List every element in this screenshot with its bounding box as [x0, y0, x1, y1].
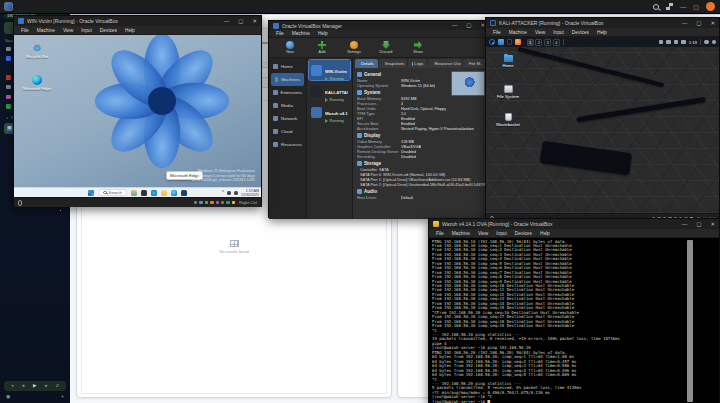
firefox-icon[interactable] — [515, 39, 521, 45]
minimize-button[interactable]: — — [452, 23, 458, 28]
section-storage: Storage — [357, 161, 485, 166]
menu-item[interactable]: View — [63, 28, 73, 33]
menu-item[interactable]: Devices — [515, 231, 532, 236]
maximize-button[interactable]: ▢ — [696, 222, 701, 227]
menu-item[interactable]: Machine — [37, 28, 55, 33]
file-explorer-icon[interactable] — [161, 190, 167, 196]
details-tab[interactable]: Details — [355, 59, 378, 68]
wastebasket-icon[interactable]: Wastebasket — [490, 113, 526, 127]
show-button[interactable]: Show — [407, 41, 429, 54]
workspace-button[interactable]: 4 — [553, 39, 560, 46]
minimize-button[interactable]: — — [682, 222, 688, 227]
menu-item[interactable]: Machine — [452, 231, 470, 236]
kali-menu-icon[interactable] — [489, 39, 495, 45]
terminal-console[interactable]: PING 192.168.56.10 (192.168.56.10) 56(84… — [429, 238, 719, 403]
menu-item[interactable]: Machine — [509, 30, 527, 35]
kali-clock[interactable]: 1:19 — [689, 40, 697, 45]
sidebar-item[interactable]: Cloud — [269, 125, 306, 138]
host-maximize-button[interactable]: ▢ — [693, 4, 699, 10]
menu-item[interactable]: File — [276, 31, 284, 36]
file-manager-icon[interactable] — [498, 39, 504, 45]
workspace-button[interactable]: 3 — [544, 39, 551, 46]
new-vm-button[interactable]: New — [279, 41, 301, 54]
menu-item[interactable]: Input — [553, 30, 564, 35]
details-tab[interactable]: Snapshots — [379, 59, 407, 68]
host-app-icon[interactable] — [4, 2, 13, 11]
start-button[interactable] — [88, 190, 94, 196]
vm-list-item[interactable]: KALI-ATTAC... Running — [309, 81, 350, 101]
windows-bloom-wallpaper — [92, 35, 232, 171]
maximize-button[interactable]: ▢ — [238, 19, 243, 24]
edge-taskbar-icon[interactable] — [151, 190, 157, 196]
details-tab[interactable]: File M... — [463, 59, 487, 68]
edge-desktop-icon[interactable]: Microsoft Edge — [18, 75, 56, 91]
notifications-icon[interactable] — [674, 40, 679, 45]
menu-item[interactable]: Help — [318, 31, 328, 36]
weather-widget-icon[interactable] — [131, 190, 137, 196]
windows-11-desktop[interactable]: ♻ Recycle Bin Microsoft Edge Microsoft E… — [14, 35, 261, 197]
close-button[interactable]: ✕ — [252, 19, 257, 24]
console-scrollbar[interactable] — [687, 240, 693, 402]
add-vm-button[interactable]: Add — [311, 41, 333, 54]
close-button[interactable]: ✕ — [710, 21, 715, 26]
power-icon[interactable] — [712, 40, 717, 45]
menu-item[interactable]: Devices — [100, 28, 117, 33]
kali-vm-title-bar[interactable]: KALI-ATTACKER [Running] - Oracle Virtual… — [486, 18, 719, 28]
menu-item[interactable]: Machine — [292, 31, 310, 36]
minimize-button[interactable]: — — [682, 21, 688, 26]
workspace-button[interactable]: 1 — [527, 39, 534, 46]
win-vm-title-bar[interactable]: WIN-Victim [Running] - Oracle VirtualBox… — [14, 16, 261, 26]
menu-item[interactable]: Input — [496, 231, 507, 236]
file-system-icon[interactable]: File System — [490, 85, 526, 99]
menu-item[interactable]: File — [493, 30, 501, 35]
display-indicator-icon[interactable] — [659, 40, 664, 45]
discard-button[interactable]: Discard — [375, 41, 397, 54]
recycle-bin-icon[interactable]: ♻ Recycle Bin — [18, 43, 56, 59]
terminal-title-bar[interactable]: Wazuh v4.14.1 OVA [Running] - Oracle Vir… — [429, 219, 719, 229]
details-tab[interactable]: Resource Use — [428, 59, 461, 68]
lock-icon[interactable] — [704, 40, 709, 45]
network-icon[interactable] — [227, 191, 231, 195]
menu-item[interactable]: Help — [597, 30, 607, 35]
host-grid-icon[interactable] — [666, 3, 673, 10]
menu-item[interactable]: Help — [125, 28, 135, 33]
menu-item[interactable]: View — [478, 231, 488, 236]
sidebar-item[interactable]: Machines — [271, 73, 304, 86]
host-search-icon[interactable] — [653, 4, 659, 10]
manager-title-bar[interactable]: Oracle VirtualBox Manager — ▢ ✕ — [269, 21, 489, 30]
sidebar-item[interactable]: Extensions — [269, 86, 306, 99]
settings-button[interactable]: Settings — [343, 41, 365, 54]
task-view-icon[interactable] — [141, 190, 147, 196]
menu-item[interactable]: Help — [540, 231, 550, 236]
tray-caret-icon[interactable]: ^ — [222, 190, 224, 195]
workspace-button[interactable]: 2 — [535, 39, 542, 46]
menu-item[interactable]: File — [21, 28, 29, 33]
maximize-button[interactable]: ▢ — [696, 21, 701, 26]
sidebar-item[interactable]: Media — [269, 99, 306, 112]
maximize-button[interactable]: ▢ — [466, 23, 471, 28]
menu-item[interactable]: View — [535, 30, 545, 35]
home-folder-icon[interactable]: Home — [490, 55, 526, 68]
sidebar-item[interactable]: Network — [269, 112, 306, 125]
volume-icon[interactable] — [234, 191, 238, 195]
host-close-button[interactable] — [706, 2, 715, 11]
kali-desktop[interactable]: Home File System Wastebasket — [486, 47, 719, 213]
edge-icon-active[interactable] — [171, 190, 177, 196]
volume-indicator-icon[interactable] — [666, 40, 671, 45]
sidebar-item[interactable]: Home — [269, 60, 306, 73]
terminal-icon[interactable] — [507, 39, 513, 45]
menu-item[interactable]: Input — [81, 28, 92, 33]
vm-list-item[interactable]: Wazuh v4.1... Running — [309, 102, 350, 122]
host-minimize-button[interactable]: — — [680, 4, 686, 10]
vm-list-item[interactable]: WIN-Victim Running — [309, 60, 350, 80]
menu-item[interactable]: File — [436, 231, 444, 236]
details-tab[interactable]: Logs — [408, 59, 428, 68]
close-button[interactable]: ✕ — [710, 222, 715, 227]
network-indicator-icon[interactable] — [681, 40, 686, 45]
minimize-button[interactable]: — — [224, 19, 230, 24]
store-icon[interactable] — [181, 190, 187, 196]
menu-item[interactable]: Devices — [572, 30, 589, 35]
taskbar-clock[interactable]: 1:19 AM12/30/2025 — [241, 189, 259, 197]
sidebar-item[interactable]: Resources — [269, 138, 306, 151]
taskbar-search[interactable]: Search — [98, 189, 127, 196]
